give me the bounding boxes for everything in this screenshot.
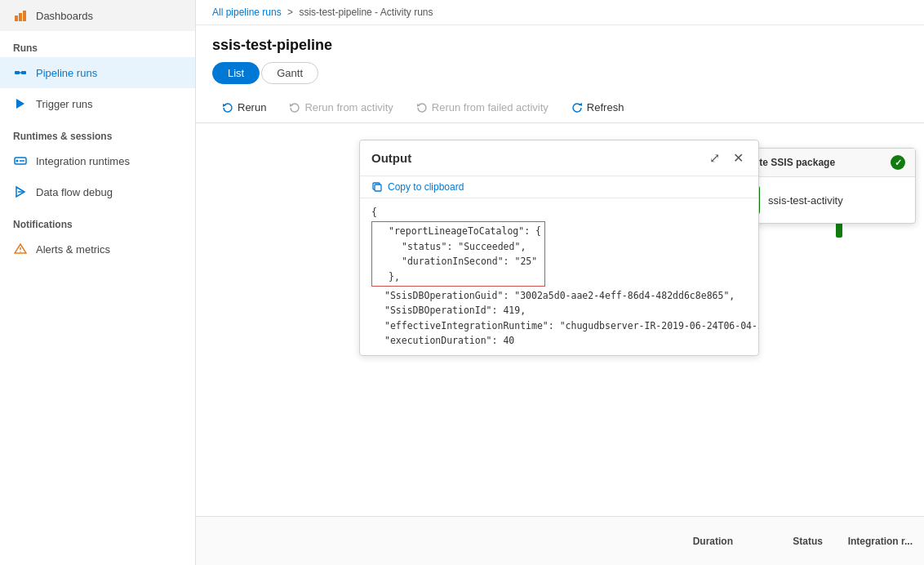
output-content: { "reportLineageToCatalog": { "status": … [360, 198, 758, 355]
activity-success-icon: ✓ [891, 155, 905, 170]
sidebar: Dashboards Runs Pipeline runs Trigger ru… [0, 0, 196, 565]
pipeline-header: ssis-test-pipeline List Gantt [196, 25, 924, 92]
refresh-icon [571, 102, 583, 113]
sidebar-item-data-flow-debug-label: Data flow debug [36, 186, 113, 198]
code-line-0: { [371, 205, 747, 220]
code-line-3: "durationInSecond": "25" [375, 254, 541, 269]
highlighted-block: "reportLineageToCatalog": { "status": "S… [371, 221, 545, 287]
rerun-from-activity-button[interactable]: Rerun from activity [279, 97, 402, 118]
output-panel: Output ⤢ ✕ Copy to clipboard { "reportLi… [359, 140, 759, 356]
sidebar-item-trigger-runs-label: Trigger runs [36, 98, 93, 110]
runs-section-label: Runs [0, 31, 195, 57]
rerun-activity-icon [289, 102, 300, 113]
copy-to-clipboard-label: Copy to clipboard [388, 181, 464, 193]
expand-button[interactable]: ⤢ [706, 149, 723, 167]
activity-name: ssis-test-activity [768, 194, 843, 207]
sidebar-item-pipeline-runs[interactable]: Pipeline runs [0, 57, 195, 88]
integration-icon [13, 153, 28, 168]
tab-gantt[interactable]: Gantt [261, 62, 318, 84]
code-line-1: "reportLineageToCatalog": { [375, 224, 541, 238]
svg-rect-0 [15, 16, 18, 21]
sidebar-item-alerts-metrics[interactable]: Alerts & metrics [0, 234, 195, 265]
code-line-4: }, [375, 269, 541, 284]
svg-rect-2 [23, 11, 26, 21]
sidebar-item-integration-runtimes-label: Integration runtimes [36, 155, 130, 167]
svg-rect-3 [15, 71, 20, 74]
table-col-status: Status [781, 529, 834, 554]
svg-rect-4 [21, 71, 26, 74]
debug-icon [13, 185, 28, 199]
rerun-from-activity-label: Rerun from activity [304, 101, 393, 113]
table-col-integration: Integration r... [837, 529, 924, 554]
rerun-label: Rerun [238, 101, 266, 113]
svg-marker-18 [579, 103, 582, 106]
chart-icon [13, 8, 28, 23]
sidebar-item-integration-runtimes[interactable]: Integration runtimes [0, 145, 195, 176]
breadcrumb: All pipeline runs > ssis-test-pipeline -… [196, 0, 924, 25]
content-area: — Execute SSIS package ✓ ssis-test-activ… [196, 123, 924, 565]
refresh-label: Refresh [587, 101, 624, 113]
output-panel-title: Output [371, 151, 411, 165]
rerun-icon [222, 102, 233, 113]
sidebar-item-dashboards-label: Dashboards [36, 10, 93, 22]
close-button[interactable]: ✕ [730, 149, 747, 167]
breadcrumb-current: ssis-test-pipeline - Activity runs [299, 7, 433, 18]
svg-marker-6 [16, 99, 24, 109]
sidebar-item-dashboards[interactable]: Dashboards [0, 0, 195, 31]
sidebar-item-alerts-metrics-label: Alerts & metrics [36, 243, 110, 256]
runtimes-section-label: Runtimes & sessions [0, 119, 195, 145]
svg-point-14 [20, 251, 20, 251]
rerun-from-failed-button[interactable]: Rerun from failed activity [406, 97, 558, 118]
svg-point-8 [16, 160, 19, 162]
rerun-from-failed-label: Rerun from failed activity [432, 101, 549, 113]
tab-bar: List Gantt [212, 62, 908, 84]
refresh-button[interactable]: Refresh [562, 97, 634, 118]
code-line-7: "effectiveIntegrationRuntime": "chugudbs… [371, 318, 747, 333]
pipeline-title: ssis-test-pipeline [212, 37, 908, 54]
breadcrumb-separator: > [287, 7, 293, 18]
output-panel-actions: ⤢ ✕ [706, 149, 747, 167]
alert-icon [13, 242, 28, 256]
copy-to-clipboard-row[interactable]: Copy to clipboard [360, 176, 758, 198]
table-area: Duration Status Integration r... [196, 516, 924, 565]
svg-rect-20 [375, 185, 381, 191]
table-col-duration: Duration [682, 529, 744, 554]
pipeline-icon [13, 65, 28, 80]
notifications-section-label: Notifications [0, 207, 195, 234]
sidebar-item-data-flow-debug[interactable]: Data flow debug [0, 176, 195, 207]
copy-icon [371, 181, 383, 193]
breadcrumb-link[interactable]: All pipeline runs [212, 7, 282, 18]
sidebar-item-pipeline-runs-label: Pipeline runs [36, 67, 97, 79]
code-line-5: "SsisDBOperationGuid": "3002a5d0-aae2-4e… [371, 288, 747, 303]
rerun-button[interactable]: Rerun [212, 97, 276, 118]
tab-list[interactable]: List [212, 62, 260, 84]
trigger-icon [13, 96, 28, 111]
toolbar: Rerun Rerun from activity Rerun from fai… [196, 92, 924, 123]
output-panel-header: Output ⤢ ✕ [360, 140, 758, 176]
sidebar-item-trigger-runs[interactable]: Trigger runs [0, 88, 195, 119]
code-line-2: "status": "Succeeded", [375, 239, 541, 254]
rerun-failed-icon [416, 102, 428, 113]
main-content: All pipeline runs > ssis-test-pipeline -… [196, 0, 924, 565]
code-line-6: "SsisDBOperationId": 419, [371, 303, 747, 318]
svg-rect-1 [19, 13, 22, 21]
code-line-8: "executionDuration": 40 [371, 333, 747, 348]
